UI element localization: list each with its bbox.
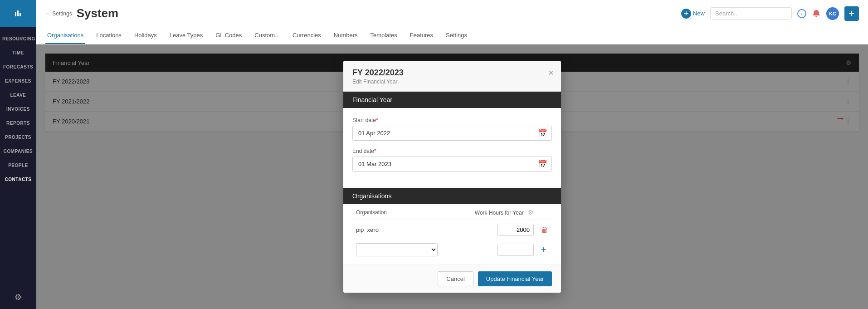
header: ← Settings System + New i KC +: [36, 0, 868, 27]
sidebar-item-reports[interactable]: REPORTS: [0, 116, 36, 130]
end-date-input-wrap: 📅: [352, 157, 552, 172]
add-button[interactable]: +: [844, 6, 859, 21]
tab-holidays[interactable]: Holidays: [132, 27, 159, 44]
svg-rect-2: [17, 10, 19, 16]
sidebar-item-expenses[interactable]: EXPENSES: [0, 74, 36, 88]
new-plus-icon: +: [681, 9, 691, 19]
main-content: ← Settings System + New i KC +: [36, 0, 868, 309]
sidebar-nav: RESOURCING TIME FORECASTS EXPENSES LEAVE…: [0, 32, 36, 285]
sidebar-item-projects[interactable]: PROJECTS: [0, 130, 36, 144]
org-add-hours-cell: [458, 240, 537, 260]
modal-overlay: FY 2022/2023 Edit Financial Year × Finan…: [36, 44, 868, 309]
org-col-hours-header: Work Hours for Year ⚙: [458, 204, 537, 220]
org-select[interactable]: [356, 243, 438, 256]
modal-footer: Cancel Update Financial Year: [343, 265, 561, 293]
settings-gear-icon[interactable]: ⚙: [15, 292, 22, 302]
sidebar-item-resourcing[interactable]: RESOURCING: [0, 32, 36, 46]
modal-title: FY 2022/2023: [352, 68, 552, 78]
start-date-field: Start date* 📅: [352, 117, 552, 141]
required-star: *: [376, 117, 378, 123]
add-org-row-icon[interactable]: +: [541, 245, 546, 255]
modal-header: FY 2022/2023 Edit Financial Year ×: [343, 61, 561, 92]
start-date-calendar-icon[interactable]: 📅: [538, 129, 547, 137]
end-date-label: End date*: [352, 148, 552, 154]
tab-templates[interactable]: Templates: [369, 27, 399, 44]
delete-org-icon[interactable]: 🗑: [541, 226, 548, 234]
start-date-label: Start date*: [352, 117, 552, 123]
modal: FY 2022/2023 Edit Financial Year × Finan…: [343, 61, 561, 293]
new-button[interactable]: + New: [681, 9, 705, 19]
tab-features[interactable]: Features: [408, 27, 435, 44]
org-table: Organisation Work Hours for Year ⚙: [352, 204, 552, 260]
org-row: pip_xero 🗑: [352, 220, 552, 240]
search-input[interactable]: [710, 7, 792, 20]
org-add-row: +: [352, 240, 552, 260]
bell-icon[interactable]: [812, 9, 821, 18]
end-date-field: End date* 📅: [352, 148, 552, 172]
cancel-button[interactable]: Cancel: [438, 271, 473, 286]
back-link[interactable]: ← Settings: [45, 10, 72, 17]
modal-form: Start date* 📅 End date*: [343, 108, 561, 188]
org-name: pip_xero: [352, 220, 458, 240]
org-col-name-header: Organisation: [352, 204, 458, 220]
svg-rect-3: [20, 13, 21, 16]
sidebar-item-companies[interactable]: COMPANIES: [0, 144, 36, 158]
tabs: Organisations Locations Holidays Leave T…: [36, 27, 868, 44]
svg-text:i: i: [801, 11, 802, 16]
org-hours-cell: [458, 220, 537, 240]
sidebar-item-contacts[interactable]: CONTACTS: [0, 172, 36, 186]
tab-numbers[interactable]: Numbers: [332, 27, 360, 44]
required-star-2: *: [374, 148, 376, 154]
tab-gl-codes[interactable]: GL Codes: [214, 27, 244, 44]
org-add-icon-cell[interactable]: +: [537, 240, 552, 260]
sidebar-item-leave[interactable]: LEAVE: [0, 88, 36, 102]
modal-subtitle: Edit Financial Year: [352, 78, 552, 85]
modal-fy-section-header: Financial Year: [343, 92, 561, 108]
header-right: + New i KC +: [681, 6, 859, 21]
sidebar-item-time[interactable]: TIME: [0, 46, 36, 60]
avatar[interactable]: KC: [826, 7, 839, 20]
new-button-label: New: [693, 10, 705, 17]
tab-custom[interactable]: Custom...: [253, 27, 282, 44]
notification-user-icon[interactable]: i: [797, 9, 806, 18]
end-date-calendar-icon[interactable]: 📅: [538, 160, 547, 168]
sidebar-item-forecasts[interactable]: FORECASTS: [0, 60, 36, 74]
tab-settings[interactable]: Settings: [444, 27, 469, 44]
start-date-input-wrap: 📅: [352, 126, 552, 141]
org-add-select-cell: [352, 240, 458, 260]
sidebar: RESOURCING TIME FORECASTS EXPENSES LEAVE…: [0, 0, 36, 309]
start-date-input[interactable]: [352, 126, 552, 141]
update-financial-year-button[interactable]: Update Financial Year: [478, 271, 552, 286]
svg-rect-1: [15, 12, 16, 16]
org-add-hours-input[interactable]: [497, 244, 534, 256]
header-left: ← Settings System: [45, 6, 118, 20]
org-table-wrap: Organisation Work Hours for Year ⚙: [343, 204, 561, 265]
modal-close-button[interactable]: ×: [548, 68, 554, 77]
org-gear-icon[interactable]: ⚙: [528, 209, 534, 216]
org-delete-cell[interactable]: 🗑: [537, 220, 552, 240]
org-hours-input[interactable]: [497, 224, 534, 236]
page-title: System: [77, 6, 119, 20]
sidebar-item-invoices[interactable]: INVOICES: [0, 102, 36, 116]
add-icon: +: [849, 8, 855, 20]
end-date-input[interactable]: [352, 157, 552, 172]
sidebar-logo[interactable]: [0, 0, 36, 27]
logo-icon: [10, 5, 26, 22]
modal-org-section: Organisation Work Hours for Year ⚙: [343, 204, 561, 265]
tab-locations[interactable]: Locations: [94, 27, 123, 44]
sidebar-settings[interactable]: ⚙: [15, 285, 22, 309]
sidebar-item-people[interactable]: PEOPLE: [0, 158, 36, 172]
tab-organisations[interactable]: Organisations: [45, 27, 85, 44]
org-col-del-header: [537, 204, 552, 220]
modal-org-section-header: Organisations: [343, 188, 561, 204]
modal-body: Financial Year Start date* 📅: [343, 92, 561, 265]
tab-currencies[interactable]: Currencies: [291, 27, 323, 44]
tab-leave-types[interactable]: Leave Types: [168, 27, 205, 44]
page-content: Financial Year End Date ⚙ FY 2022/2023 0…: [36, 44, 868, 309]
